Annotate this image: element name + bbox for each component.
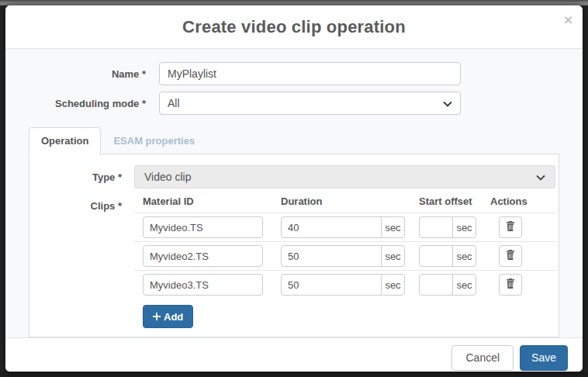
clips-section: Clips * Material ID Duration Start offse… bbox=[29, 195, 559, 299]
duration-input[interactable] bbox=[281, 216, 382, 238]
close-icon[interactable]: × bbox=[564, 12, 572, 27]
scheduling-mode-label: Scheduling mode * bbox=[29, 98, 159, 109]
start-offset-input[interactable] bbox=[419, 245, 453, 267]
delete-clip-button[interactable] bbox=[499, 216, 522, 238]
col-actions: Actions bbox=[482, 195, 557, 213]
col-material-id: Material ID bbox=[134, 195, 272, 213]
create-video-clip-dialog: Create video clip operation × Name * Sch… bbox=[5, 5, 583, 372]
add-clip-button[interactable]: Add bbox=[143, 305, 193, 328]
material-id-input[interactable] bbox=[143, 274, 263, 296]
scheduling-mode-value: All bbox=[168, 97, 180, 109]
start-offset-input[interactable] bbox=[419, 216, 453, 238]
name-row: Name * bbox=[29, 62, 559, 85]
clips-table-wrap: Material ID Duration Start offset Action… bbox=[134, 195, 557, 299]
clip-row: sec sec bbox=[134, 271, 557, 299]
tab-operation[interactable]: Operation bbox=[29, 127, 101, 154]
dialog-header: Create video clip operation × bbox=[5, 5, 583, 49]
material-id-input[interactable] bbox=[143, 245, 263, 267]
tab-bar: Operation ESAM properties bbox=[29, 127, 559, 154]
delete-clip-button[interactable] bbox=[499, 245, 522, 267]
duration-input[interactable] bbox=[281, 245, 382, 267]
start-offset-unit: sec bbox=[452, 274, 476, 296]
scheduling-mode-row: Scheduling mode * All bbox=[29, 92, 559, 115]
type-select[interactable]: Video clip bbox=[134, 165, 555, 188]
clips-header-row: Material ID Duration Start offset Action… bbox=[134, 195, 557, 213]
trash-icon bbox=[506, 278, 515, 291]
plus-icon bbox=[153, 311, 161, 323]
dialog-footer: Cancel Save bbox=[5, 337, 583, 372]
col-duration: Duration bbox=[272, 195, 410, 213]
delete-clip-button[interactable] bbox=[499, 274, 522, 296]
clips-label: Clips * bbox=[29, 195, 134, 212]
chevron-down-icon bbox=[536, 171, 545, 183]
operation-tab-panel: Type * Video clip Clips * bbox=[29, 154, 559, 337]
material-id-input[interactable] bbox=[143, 216, 263, 238]
dialog-title: Create video clip operation bbox=[182, 17, 406, 37]
duration-unit: sec bbox=[381, 245, 405, 267]
trash-icon bbox=[506, 250, 515, 262]
clip-row: sec sec bbox=[134, 213, 557, 242]
backdrop-top-strip bbox=[0, 0, 588, 5]
name-input[interactable] bbox=[159, 62, 461, 85]
type-label: Type * bbox=[29, 171, 134, 183]
dialog-body: Name * Scheduling mode * All Operation E… bbox=[5, 49, 583, 337]
scheduling-mode-select[interactable]: All bbox=[159, 92, 461, 115]
start-offset-input[interactable] bbox=[419, 274, 453, 296]
trash-icon bbox=[506, 221, 515, 233]
save-button[interactable]: Save bbox=[520, 345, 568, 371]
type-value: Video clip bbox=[144, 171, 191, 183]
duration-unit: sec bbox=[381, 216, 405, 238]
clip-row: sec sec bbox=[134, 242, 557, 271]
start-offset-unit: sec bbox=[452, 216, 476, 238]
start-offset-unit: sec bbox=[452, 245, 476, 267]
duration-unit: sec bbox=[381, 274, 405, 296]
name-label: Name * bbox=[29, 68, 159, 80]
tab-esam-properties[interactable]: ESAM properties bbox=[101, 127, 207, 154]
duration-input[interactable] bbox=[281, 274, 382, 296]
col-start-offset: Start offset bbox=[410, 195, 482, 213]
backdrop-bottom-strip bbox=[0, 372, 588, 377]
add-clip-label: Add bbox=[164, 311, 183, 323]
chevron-down-icon bbox=[443, 97, 452, 109]
clips-table: Material ID Duration Start offset Action… bbox=[134, 195, 557, 299]
type-row: Type * Video clip bbox=[29, 165, 559, 188]
dimmed-page-backdrop: Create video clip operation × Name * Sch… bbox=[0, 0, 588, 377]
cancel-button[interactable]: Cancel bbox=[451, 345, 514, 371]
